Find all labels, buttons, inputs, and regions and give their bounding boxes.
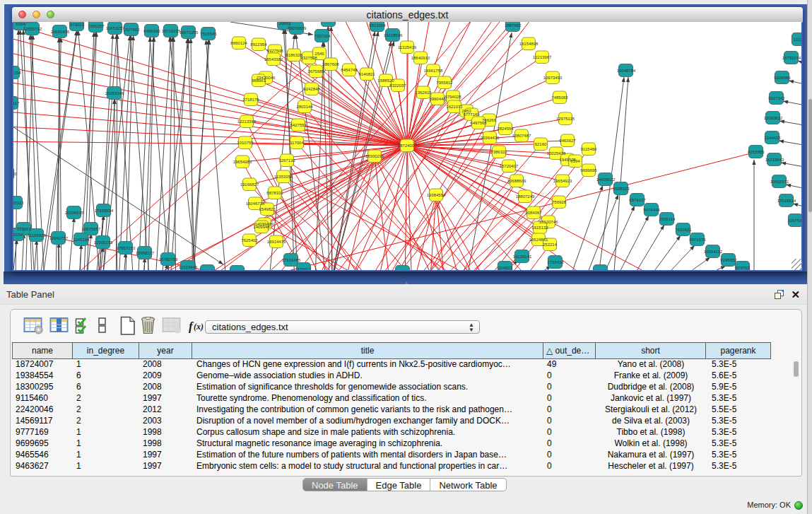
svg-text:10973493: 10973493 (543, 76, 563, 80)
svg-text:18807249: 18807249 (516, 194, 535, 199)
svg-text:1621072: 1621072 (446, 105, 463, 109)
svg-text:10807487: 10807487 (512, 134, 531, 138)
svg-text:17316485: 17316485 (282, 258, 301, 262)
svg-text:15751074: 15751074 (782, 56, 801, 60)
svg-text:26266920: 26266920 (13, 172, 17, 176)
svg-text:7386322: 7386322 (490, 150, 507, 154)
svg-text:988961: 988961 (252, 78, 266, 83)
svg-text:12093822: 12093822 (764, 116, 783, 120)
svg-text:12505135: 12505135 (94, 240, 113, 245)
svg-text:9699695: 9699695 (580, 168, 597, 173)
svg-text:19218596: 19218596 (384, 33, 403, 37)
svg-text:20691406: 20691406 (51, 30, 70, 34)
svg-text:3267130: 3267130 (278, 158, 295, 163)
svg-text:1733426: 1733426 (547, 260, 564, 264)
svg-text:26053346: 26053346 (105, 91, 124, 95)
svg-text:1362615: 1362615 (415, 90, 432, 95)
svg-text:16914479: 16914479 (267, 240, 286, 244)
svg-text:8813054: 8813054 (369, 23, 386, 28)
svg-text:16543382: 16543382 (264, 57, 283, 62)
svg-text:5878332: 5878332 (266, 191, 283, 195)
svg-text:6497568: 6497568 (470, 121, 487, 125)
svg-text:17016514: 17016514 (777, 199, 796, 203)
svg-text:10025438: 10025438 (547, 151, 566, 156)
svg-text:1167534: 1167534 (788, 218, 801, 223)
svg-text:8594: 8594 (570, 159, 580, 163)
svg-text:20206535: 20206535 (65, 211, 84, 215)
svg-text:9227342: 9227342 (768, 96, 785, 100)
svg-text:2546: 2546 (314, 52, 324, 56)
svg-text:16782759: 16782759 (159, 257, 178, 262)
svg-text:19384554: 19384554 (427, 193, 446, 197)
svg-text:9463627: 9463627 (559, 139, 576, 143)
svg-text:7955812: 7955812 (436, 81, 453, 85)
svg-text:18640910: 18640910 (411, 56, 430, 60)
svg-text:10958117: 10958117 (136, 251, 155, 255)
svg-text:16524861: 16524861 (529, 238, 548, 242)
svg-text:7632621: 7632621 (675, 228, 692, 232)
svg-text:1549822: 1549822 (259, 207, 276, 211)
svg-text:9329966: 9329966 (774, 76, 791, 80)
svg-text:7625402: 7625402 (241, 238, 258, 243)
svg-text:8427552: 8427552 (290, 123, 307, 127)
svg-text:16210643: 16210643 (765, 158, 784, 162)
svg-text:2867608: 2867608 (322, 62, 339, 66)
svg-text:16671355: 16671355 (180, 30, 199, 35)
svg-text:9146821: 9146821 (358, 72, 375, 76)
svg-text:19654923: 19654923 (553, 179, 572, 183)
svg-text:879763: 879763 (736, 266, 751, 270)
svg-text:96021: 96021 (323, 22, 335, 23)
svg-text:92450: 92450 (595, 269, 607, 270)
svg-text:8454749: 8454749 (341, 68, 358, 72)
svg-text:973019: 973019 (70, 23, 85, 27)
svg-text:16961758: 16961758 (424, 69, 443, 73)
svg-text:252214: 252214 (543, 243, 558, 247)
svg-text:14136141: 14136141 (513, 255, 532, 259)
svg-text:16046738: 16046738 (246, 201, 265, 206)
svg-text:15692971: 15692971 (770, 180, 789, 184)
svg-text:12323446: 12323446 (179, 265, 198, 269)
svg-text:14409522: 14409522 (596, 177, 616, 182)
svg-text:9327508: 9327508 (266, 49, 283, 53)
svg-text:18724007: 18724007 (398, 144, 417, 148)
svg-text:9777169: 9777169 (463, 112, 480, 117)
svg-text:10688609: 10688609 (507, 179, 526, 183)
svg-text:2887682: 2887682 (505, 23, 522, 28)
svg-text:7357224: 7357224 (314, 34, 331, 38)
svg-text:62160: 62160 (535, 142, 547, 146)
svg-text:1506117: 1506117 (13, 101, 20, 105)
svg-text:8990448: 8990448 (429, 97, 446, 101)
svg-text:8322037: 8322037 (389, 83, 406, 88)
svg-text:1409948: 1409948 (253, 225, 270, 229)
svg-text:1145194: 1145194 (73, 238, 90, 242)
svg-text:5054: 5054 (16, 22, 25, 26)
svg-text:9245652: 9245652 (720, 258, 737, 262)
svg-text:9242848: 9242848 (303, 87, 320, 91)
svg-text:7515546: 7515546 (200, 32, 217, 36)
svg-text:2003154: 2003154 (13, 71, 21, 75)
svg-text:9327508: 9327508 (300, 56, 317, 60)
svg-text:16120746: 16120746 (539, 220, 558, 224)
svg-text:17359934: 17359934 (95, 209, 114, 213)
svg-text:9474444: 9474444 (643, 208, 660, 212)
svg-text:(x): (x) (194, 322, 204, 332)
svg-text:9115460: 9115460 (581, 147, 598, 151)
svg-text:6466160: 6466160 (143, 29, 160, 33)
svg-text:17957253: 17957253 (117, 246, 136, 250)
svg-text:8215955: 8215955 (748, 150, 765, 154)
svg-text:10654112: 10654112 (704, 250, 723, 254)
svg-text:1527602: 1527602 (123, 28, 140, 32)
svg-text:3675685: 3675685 (307, 69, 324, 74)
svg-text:16033809: 16033809 (288, 26, 307, 30)
svg-text:19654983: 19654983 (233, 160, 252, 164)
svg-text:16648784: 16648784 (617, 69, 636, 73)
svg-text:1615132: 1615132 (531, 226, 548, 230)
svg-text:8660124: 8660124 (230, 41, 247, 45)
svg-text:117004: 117004 (290, 141, 304, 145)
svg-text:2803144: 2803144 (296, 105, 313, 109)
svg-text:20851: 20851 (279, 22, 291, 25)
svg-text:1588520: 1588520 (377, 78, 394, 83)
svg-text:1010755: 1010755 (237, 141, 254, 145)
svg-text:8938923: 8938923 (613, 187, 630, 191)
svg-text:8471676: 8471676 (689, 238, 706, 242)
